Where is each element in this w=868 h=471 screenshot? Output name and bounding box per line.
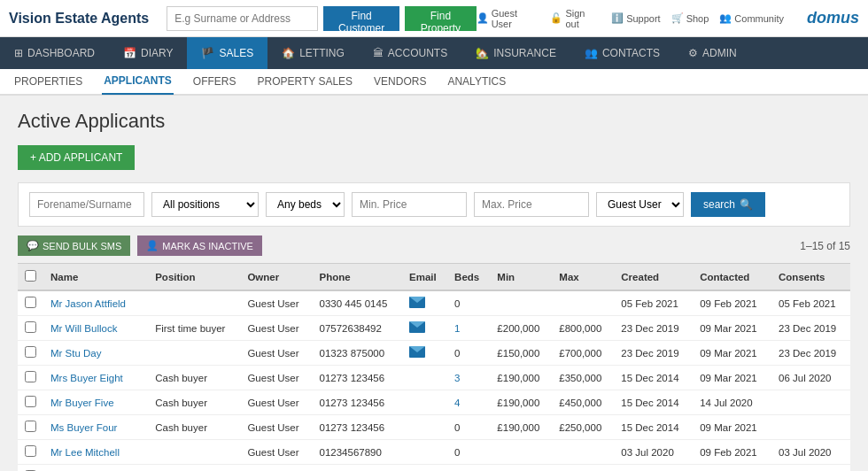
row-checkbox-cell — [18, 440, 43, 465]
applicant-link[interactable]: Mr Jason Attfield — [50, 298, 126, 309]
mark-inactive-button[interactable]: 👤 MARK AS INACTIVE — [137, 236, 262, 256]
action-bar-left: 💬 SEND BULK SMS 👤 MARK AS INACTIVE — [18, 236, 262, 256]
nav-diary[interactable]: 📅 DIARY — [109, 37, 187, 69]
row-min: £200,000 — [490, 465, 552, 472]
row-min — [490, 440, 552, 465]
nav-insurance[interactable]: 🏡 INSURANCE — [461, 37, 570, 69]
email-icon — [409, 297, 425, 308]
row-consents: 05 Feb 2021 — [771, 290, 850, 316]
find-customer-button[interactable]: Find Customer — [323, 6, 399, 31]
page-title: Active Applicants — [18, 110, 850, 133]
nav-contacts[interactable]: 👥 CONTACTS — [570, 37, 674, 69]
global-search-input[interactable] — [167, 6, 318, 31]
row-name: Mr Will Bullock — [43, 316, 148, 341]
shop-icon: 🛒 — [671, 12, 684, 24]
mark-inactive-label: MARK AS INACTIVE — [162, 241, 253, 251]
nav-letting[interactable]: 🏠 LETTING — [267, 37, 359, 69]
applicant-link[interactable]: Mrs Buyer Eight — [50, 373, 123, 383]
row-checkbox[interactable] — [25, 421, 36, 432]
row-phone: 01323 875000 — [313, 341, 402, 366]
row-email — [402, 390, 447, 415]
applicant-link[interactable]: Mr Buyer Five — [50, 398, 114, 408]
community-link[interactable]: 👥 Community — [719, 12, 784, 24]
table-row: Mr Lee Mitchell Guest User 01234567890 0… — [18, 440, 850, 465]
row-position: First time buyer — [148, 316, 240, 341]
nav-diary-label: DIARY — [141, 47, 173, 59]
applicant-link[interactable]: Ms Buyer Four — [50, 422, 117, 433]
applicant-link[interactable]: Mr Will Bullock — [50, 323, 117, 334]
row-created: 15 Dec 2014 — [614, 415, 693, 440]
guest-user-link[interactable]: 👤 Guest User — [477, 8, 540, 29]
max-price-input[interactable] — [474, 192, 589, 217]
row-checkbox-cell — [18, 316, 43, 341]
owner-filter-select[interactable]: Guest User — [596, 192, 684, 217]
row-max: £250,000 — [552, 465, 614, 472]
nav-accounts[interactable]: 🏛 ACCOUNTS — [359, 37, 461, 69]
row-consents: 23 Dec 2019 — [771, 316, 850, 341]
nav-admin-label: ADMIN — [702, 47, 737, 59]
row-checkbox[interactable] — [25, 346, 36, 358]
nav-admin[interactable]: ⚙ ADMIN — [674, 37, 751, 69]
nav-contacts-label: CONTACTS — [602, 47, 660, 59]
add-applicant-button[interactable]: + ADD APPLICANT — [18, 145, 135, 170]
subnav-properties[interactable]: PROPERTIES — [12, 68, 84, 95]
nav-dashboard[interactable]: ⊞ DASHBOARD — [0, 37, 109, 69]
table-row: Mr David Moore First time buyer Guest Us… — [18, 465, 850, 472]
users-icon: 👥 — [585, 47, 598, 59]
row-checkbox-cell — [18, 366, 43, 390]
row-checkbox[interactable] — [25, 371, 36, 382]
row-beds: 1 — [447, 316, 490, 341]
select-all-checkbox[interactable] — [25, 270, 36, 282]
subnav-vendors-label: VENDORS — [374, 75, 426, 88]
row-owner: Guest User — [240, 440, 312, 465]
row-max — [552, 440, 614, 465]
grid-icon: ⊞ — [14, 47, 23, 59]
community-icon: 👥 — [719, 12, 732, 24]
table-header-row: Name Position Owner Phone Email Beds Min… — [18, 264, 850, 291]
home2-icon: 🏡 — [476, 47, 489, 59]
nav-sales[interactable]: 🏴 SALES — [187, 37, 267, 69]
shop-link[interactable]: 🛒 Shop — [671, 12, 709, 24]
row-phone: 0330 445 0145 — [313, 465, 402, 472]
row-max: £450,000 — [552, 390, 614, 415]
shop-label: Shop — [686, 13, 709, 24]
applicant-link[interactable]: Mr Lee Mitchell — [50, 447, 120, 458]
signout-label: Sign out — [565, 8, 601, 29]
find-property-button[interactable]: Find Property — [405, 6, 476, 31]
row-beds: 3 — [447, 366, 490, 390]
subnav-offers[interactable]: OFFERS — [191, 68, 238, 95]
page-content: Active Applicants + ADD APPLICANT All po… — [0, 96, 868, 471]
row-checkbox-cell — [18, 341, 43, 366]
row-consents: 06 Jul 2020 — [771, 366, 850, 390]
applicant-link[interactable]: Mr Stu Day — [50, 348, 102, 359]
row-checkbox[interactable] — [25, 396, 36, 407]
send-sms-label: SEND BULK SMS — [43, 241, 121, 251]
row-created: 23 Dec 2019 — [614, 465, 693, 472]
name-filter-input[interactable] — [29, 192, 144, 217]
signout-link[interactable]: 🔓 Sign out — [550, 8, 601, 29]
subnav-property-sales[interactable]: PROPERTY SALES — [255, 68, 354, 95]
row-position: Cash buyer — [148, 366, 240, 390]
beds-filter-select[interactable]: Any beds 1 2 3 4 5+ — [266, 192, 345, 217]
row-checkbox[interactable] — [25, 445, 36, 457]
col-phone: Phone — [313, 264, 402, 291]
subnav-vendors[interactable]: VENDORS — [372, 68, 428, 95]
nav-dashboard-label: DASHBOARD — [27, 47, 95, 59]
subnav-property-sales-label: PROPERTY SALES — [257, 75, 353, 88]
subnav-applicants[interactable]: APPLICANTS — [102, 68, 174, 95]
row-checkbox-cell — [18, 415, 43, 440]
search-button[interactable]: search 🔍 — [691, 192, 765, 217]
row-checkbox[interactable] — [25, 321, 36, 333]
sub-nav: PROPERTIES APPLICANTS OFFERS PROPERTY SA… — [0, 69, 868, 96]
subnav-analytics[interactable]: ANALYTICS — [446, 68, 508, 95]
nav-sales-label: SALES — [219, 47, 253, 59]
search-bar: Find Customer Find Property — [167, 6, 476, 31]
send-bulk-sms-button[interactable]: 💬 SEND BULK SMS — [18, 236, 130, 256]
gear-icon: ⚙ — [688, 47, 698, 59]
row-checkbox[interactable] — [25, 297, 36, 308]
col-contacted: Contacted — [693, 264, 771, 291]
min-price-input[interactable] — [352, 192, 467, 217]
position-filter-select[interactable]: All positions First time buyer Cash buye… — [151, 192, 259, 217]
support-link[interactable]: ℹ️ Support — [611, 12, 661, 24]
table-row: Mrs Buyer Eight Cash buyer Guest User 01… — [18, 366, 850, 390]
